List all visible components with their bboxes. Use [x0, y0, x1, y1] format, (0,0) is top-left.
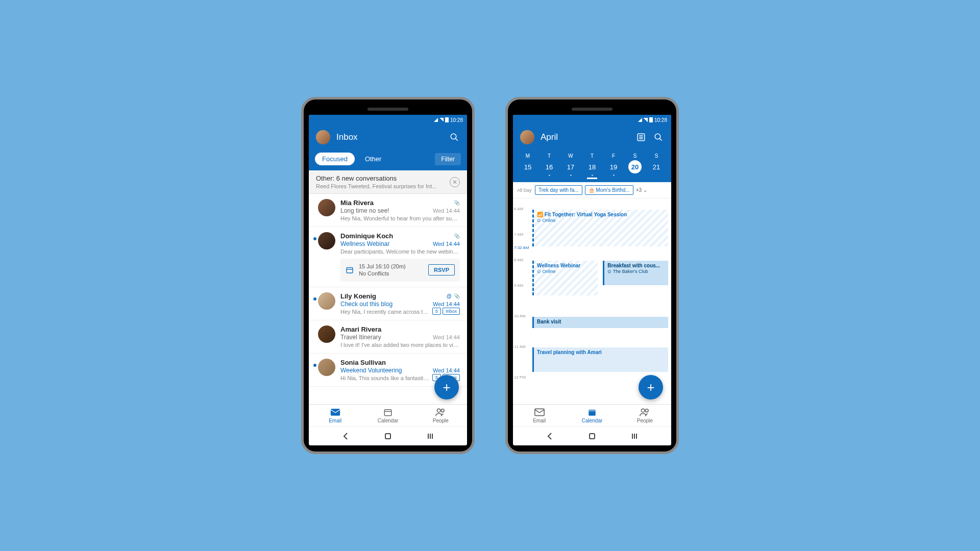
allday-more[interactable]: +3 ⌄ — [636, 187, 647, 193]
date-cell[interactable]: 17 — [560, 160, 581, 179]
email-subject: Weekend Volunteering — [340, 367, 402, 374]
home-icon[interactable] — [588, 432, 596, 440]
agenda-icon[interactable] — [635, 132, 647, 143]
screen-inbox: 10:28 Inbox Focused Other Filter Other: … — [309, 115, 467, 445]
back-icon[interactable] — [341, 432, 350, 440]
email-row[interactable]: Amari Rivera Travel Itinerary Wed 14:44 … — [309, 320, 467, 354]
email-time: Wed 14:44 — [433, 208, 460, 214]
email-preview: Dear participants, Welcome to the new we… — [340, 248, 460, 255]
wifi-icon — [638, 118, 642, 122]
close-icon[interactable]: ✕ — [450, 177, 460, 187]
nav-people[interactable]: People — [414, 405, 467, 427]
weekday-label: S — [646, 152, 667, 160]
calendar-icon — [382, 408, 394, 417]
calendar-event[interactable]: Travel planning with Amari — [532, 347, 668, 372]
people-icon — [639, 408, 650, 417]
nav-label: Calendar — [378, 418, 399, 423]
signal-icon — [439, 118, 444, 122]
time-label: 12 PM — [514, 375, 526, 380]
calendar-day-view[interactable]: 6 AM 7 AM 7:32 AM 8 AM 9 AM 10 AM 11 AM … — [513, 198, 671, 404]
svg-rect-4 — [330, 409, 339, 415]
filter-button[interactable]: Filter — [435, 153, 461, 165]
compose-fab[interactable]: + — [434, 375, 459, 399]
nav-calendar[interactable]: Calendar — [566, 405, 618, 427]
page-title: April — [541, 132, 629, 142]
status-time: 10:28 — [654, 117, 667, 123]
sender-avatar — [318, 359, 335, 376]
time-label-now: 7:32 AM — [514, 245, 529, 250]
date-cell[interactable]: 16 — [538, 160, 560, 179]
nav-calendar[interactable]: Calendar — [361, 405, 414, 427]
time-label: 9 AM — [514, 283, 523, 288]
back-icon[interactable] — [546, 432, 554, 440]
sender-name: Mia Rivera — [340, 199, 374, 207]
home-icon[interactable] — [384, 432, 392, 440]
search-icon[interactable] — [653, 132, 664, 143]
rsvp-card: 15 Jul 16:10 (20m) No Conflicts RSVP — [340, 259, 460, 282]
calendar-event[interactable]: Breakfast with cous... ⊙ The Baker's Clu… — [603, 261, 668, 285]
time-label: 8 AM — [514, 258, 523, 262]
rsvp-button[interactable]: RSVP — [428, 264, 455, 276]
attachment-icon: 📎 — [454, 293, 460, 299]
phone-inbox: 10:28 Inbox Focused Other Filter Other: … — [301, 97, 475, 454]
sender-avatar — [318, 325, 335, 343]
tab-focused[interactable]: Focused — [315, 153, 355, 165]
allday-chip[interactable]: Trek day with fa... — [535, 185, 582, 195]
svg-point-17 — [655, 134, 660, 139]
speaker — [572, 108, 612, 111]
other-subtitle: Reed Flores Tweeted, Festival surprises … — [316, 183, 450, 189]
signal-icon — [644, 118, 648, 122]
nav-label: People — [637, 418, 653, 423]
calendar-event[interactable]: 📶 Fit Together: Virtual Yoga Session ⊙ O… — [532, 210, 668, 246]
other-banner[interactable]: Other: 6 new conversations Reed Flores T… — [309, 170, 467, 194]
email-row[interactable]: Mia Rivera 📎 Long time no see! Wed 14:44… — [309, 194, 467, 227]
svg-line-1 — [455, 138, 458, 141]
sender-avatar — [318, 199, 335, 216]
status-bar: 10:28 — [309, 115, 467, 125]
email-list[interactable]: Mia Rivera 📎 Long time no see! Wed 14:44… — [309, 194, 467, 404]
recents-icon[interactable] — [630, 432, 639, 440]
email-subject: Long time no see! — [340, 207, 389, 214]
svg-point-8 — [442, 409, 445, 412]
recents-icon[interactable] — [426, 432, 434, 440]
date-cell[interactable]: 15 — [517, 160, 538, 179]
email-row[interactable]: Dominique Koch 📎 Wellness Webinar Wed 14… — [309, 227, 467, 287]
week-strip: M T W T F S S 15 16 17 18 19 20 21 — [513, 149, 671, 182]
mention-icon: @ — [447, 293, 452, 299]
allday-chip[interactable]: 🎂 Mom's Birthd... — [585, 185, 633, 195]
new-event-fab[interactable]: + — [639, 375, 663, 399]
status-time: 10:28 — [450, 117, 463, 123]
weekday-label: M — [517, 152, 538, 160]
people-icon — [435, 408, 446, 417]
calendar-event[interactable]: Wellness Webinar ⊙ Online — [532, 261, 598, 295]
search-icon[interactable] — [449, 132, 460, 143]
date-cell[interactable]: 18 — [581, 160, 603, 179]
email-time: Wed 14:44 — [433, 301, 460, 307]
screen-calendar: 10:28 April M T W T F S S 15 — [513, 115, 671, 445]
date-cell[interactable]: 21 — [646, 160, 667, 179]
nav-label: People — [433, 418, 449, 423]
time-label: 11 AM — [514, 344, 526, 349]
tab-other[interactable]: Other — [358, 153, 389, 165]
nav-email[interactable]: Email — [513, 405, 566, 427]
sender-name: Amari Rivera — [340, 325, 381, 333]
calendar-event[interactable]: Bank visit — [532, 317, 668, 328]
date-cell-selected[interactable]: 20 — [624, 160, 646, 179]
calendar-header: April — [513, 125, 671, 149]
svg-rect-24 — [590, 434, 595, 439]
avatar[interactable] — [520, 130, 534, 144]
nav-email[interactable]: Email — [309, 405, 361, 427]
email-subject: Travel Itinerary — [340, 334, 381, 341]
date-cell[interactable]: 19 — [603, 160, 624, 179]
speaker — [368, 108, 408, 111]
email-icon — [534, 408, 545, 417]
email-preview: I love it! I've also added two more plac… — [340, 342, 460, 348]
wifi-icon — [434, 118, 438, 122]
email-row[interactable]: Lily Koenig @ 📎 Check out this blog Wed … — [309, 287, 467, 320]
other-title: Other: 6 new conversations — [316, 174, 450, 182]
bottom-nav: Email Calendar People — [513, 404, 671, 427]
nav-people[interactable]: People — [619, 405, 671, 427]
attachment-icon: 📎 — [454, 200, 460, 206]
sender-name: Dominique Koch — [340, 232, 393, 240]
avatar[interactable] — [316, 130, 330, 144]
